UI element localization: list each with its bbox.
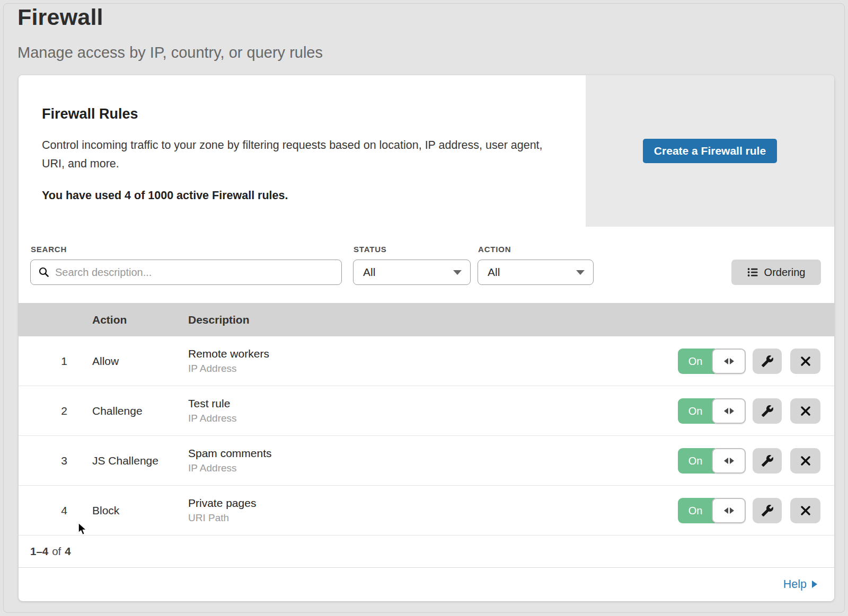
toggle-on-label: On [678,448,715,474]
ordered-list-icon [747,267,758,278]
table-header: Action Description [19,303,834,336]
rule-priority: 3 [40,436,67,485]
pagination: 1–4 of 4 [19,535,834,568]
wrench-icon [761,355,774,368]
page-header: Firewall Manage access by IP, country, o… [17,4,323,61]
toggle-on-label: On [678,398,715,424]
toggle-arrow-right-icon [730,507,734,514]
toggle-on-label: On [678,498,715,523]
page-title: Firewall [17,4,323,30]
toggle-knob[interactable] [712,448,746,474]
table-row: 4 Block Private pages URI Path On [19,486,834,535]
search-input[interactable] [55,266,334,279]
create-rule-panel: Create a Firewall rule [586,75,834,227]
rule-description-cell: Private pages URI Path [188,486,256,535]
close-icon [800,405,811,417]
toggle-knob[interactable] [712,398,746,424]
close-icon [800,355,811,367]
rule-match-type: IP Address [188,363,269,374]
help-link[interactable]: Help [783,578,817,591]
table-row: 2 Challenge Test rule IP Address On [19,386,834,436]
search-label: SEARCH [31,245,67,254]
close-icon [800,505,811,516]
action-select-value: All [488,266,500,279]
close-icon [800,455,811,467]
toggle-arrow-right-icon [730,358,734,364]
search-icon [38,266,50,278]
delete-rule-button[interactable] [790,349,820,374]
rule-match-type: IP Address [188,413,237,424]
delete-rule-button[interactable] [790,448,820,474]
toggle-knob[interactable] [712,498,746,523]
filter-bar: SEARCH STATUS All ACTION All [19,227,834,303]
status-label: STATUS [354,245,387,254]
rule-action: Block [92,486,119,535]
wrench-icon [761,405,774,417]
rule-enabled-toggle[interactable]: On [678,498,746,523]
rule-controls: On [19,486,834,535]
rule-enabled-toggle[interactable]: On [678,349,746,374]
chevron-down-icon [576,270,585,275]
chevron-down-icon [453,270,462,275]
toggle-arrow-left-icon [724,358,728,364]
status-select[interactable]: All [353,260,471,285]
rule-action: Allow [92,336,119,386]
toggle-knob[interactable] [712,349,746,374]
action-label: ACTION [478,245,511,254]
action-select[interactable]: All [478,260,594,285]
rules-list: 1 Allow Remote workers IP Address On [19,336,834,535]
pagination-total: 4 [65,545,70,558]
delete-rule-button[interactable] [790,398,820,424]
firewall-rules-description: Control incoming traffic to your zone by… [42,136,545,173]
column-header-action: Action [92,314,127,326]
rule-description: Private pages [188,497,256,510]
toggle-arrow-left-icon [724,408,728,414]
toggle-arrow-right-icon [730,458,734,464]
page-subtitle: Manage access by IP, country, or query r… [17,44,323,61]
edit-rule-button[interactable] [753,448,782,474]
create-firewall-rule-button[interactable]: Create a Firewall rule [643,139,777,163]
rule-description-cell: Remote workers IP Address [188,336,269,386]
rule-enabled-toggle[interactable]: On [678,398,746,424]
rule-priority: 2 [40,386,67,435]
help-link-label: Help [783,578,807,591]
rule-description: Remote workers [188,347,269,360]
ordering-button[interactable]: Ordering [731,260,821,285]
edit-rule-button[interactable] [753,498,782,523]
rule-action: Challenge [92,386,143,435]
firewall-rules-intro: Firewall Rules Control incoming traffic … [19,75,586,227]
rule-description-cell: Test rule IP Address [188,386,237,435]
edit-rule-button[interactable] [753,398,782,424]
ordering-button-label: Ordering [764,266,806,279]
rule-priority: 4 [40,486,67,535]
rule-match-type: URI Path [188,512,256,524]
edit-rule-button[interactable] [753,349,782,374]
rule-priority: 1 [40,336,67,386]
status-select-value: All [363,266,375,279]
toggle-on-label: On [678,349,715,374]
firewall-card: Firewall Rules Control incoming traffic … [19,75,834,601]
rule-description-cell: Spam comments IP Address [188,436,272,485]
table-row: 1 Allow Remote workers IP Address On [19,336,834,386]
rule-controls: On [19,336,834,386]
wrench-icon [761,504,774,517]
toggle-arrow-left-icon [724,458,728,464]
pagination-range: 1–4 [30,545,48,558]
firewall-rules-hero: Firewall Rules Control incoming traffic … [19,75,834,227]
column-header-description: Description [188,314,250,326]
delete-rule-button[interactable] [790,498,820,523]
table-row: 3 JS Challenge Spam comments IP Address … [19,436,834,486]
toggle-arrow-left-icon [724,507,728,514]
rule-description: Test rule [188,397,237,410]
toggle-arrow-right-icon [730,408,734,414]
wrench-icon [761,454,774,467]
rule-description: Spam comments [188,447,272,460]
rule-enabled-toggle[interactable]: On [678,448,746,474]
firewall-rules-usage: You have used 4 of 1000 active Firewall … [42,189,564,202]
rule-match-type: IP Address [188,462,272,474]
pagination-of: of [52,545,61,558]
help-arrow-icon [812,581,817,588]
rule-action: JS Challenge [92,436,158,485]
search-box[interactable] [30,260,342,285]
firewall-rules-title: Firewall Rules [42,106,564,122]
